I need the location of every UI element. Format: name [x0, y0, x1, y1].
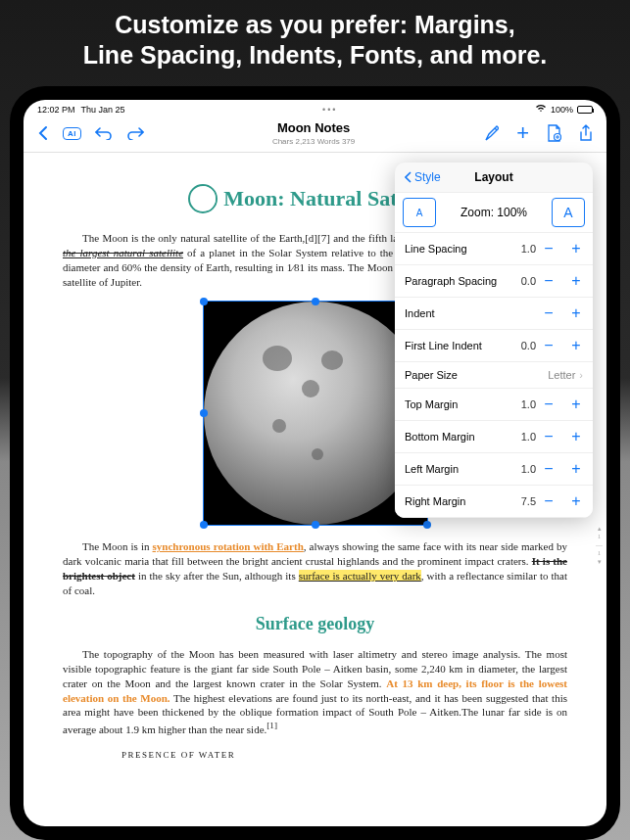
resize-handle[interactable] — [200, 409, 208, 417]
decrease-button[interactable]: − — [542, 492, 556, 510]
decrease-button[interactable]: − — [542, 337, 556, 354]
zoom-label: Zoom: 100% — [444, 206, 544, 219]
row-label: Bottom Margin — [405, 431, 509, 443]
format-brush-button[interactable] — [483, 124, 499, 142]
row-value: 0.0 — [509, 275, 536, 287]
row-label: First Line Indent — [405, 340, 509, 351]
moon-image-selection[interactable] — [203, 301, 428, 526]
battery-icon — [577, 106, 593, 114]
row-value: 1.0 — [509, 243, 536, 255]
layout-popover: Style Layout A Zoom: 100% A Line Spacing… — [395, 163, 593, 518]
resize-handle[interactable] — [423, 521, 431, 529]
resize-handle[interactable] — [312, 521, 319, 529]
row-value: 7.5 — [509, 495, 536, 507]
decrease-button[interactable]: − — [542, 396, 556, 413]
zoom-in-button[interactable]: A — [552, 198, 585, 227]
increase-button[interactable]: + — [569, 396, 583, 413]
increase-button[interactable]: + — [569, 304, 583, 322]
heading-2: Surface geology — [63, 612, 567, 635]
row-label: Indent — [405, 307, 509, 319]
row-label: Top Margin — [405, 398, 509, 410]
row-value: 1.0 — [509, 463, 536, 475]
document-stats: Chars 2,213 Words 379 — [144, 137, 483, 146]
row-label: Paragraph Spacing — [405, 275, 509, 287]
battery-percent: 100% — [551, 105, 573, 115]
margin-row: Bottom Margin1.0−+ — [395, 421, 593, 453]
row-value: 1.0 — [509, 398, 536, 410]
highlighted-text: surface is actually very dark — [299, 570, 421, 582]
margin-row: Left Margin1.0−+ — [395, 453, 593, 486]
increase-button[interactable]: + — [569, 460, 583, 478]
increase-button[interactable]: + — [569, 240, 583, 257]
page-settings-button[interactable] — [547, 124, 561, 142]
decrease-button[interactable]: − — [542, 428, 556, 445]
link-text[interactable]: synchronous rotation with Earth — [153, 540, 304, 552]
row-label: Right Margin — [405, 495, 509, 507]
status-time: 12:02 PM — [37, 105, 75, 115]
chevron-right-icon: › — [579, 369, 583, 381]
moon-image — [204, 302, 427, 525]
paragraph-2: The Moon is in synchronous rotation with… — [63, 539, 567, 597]
layout-row: Paragraph Spacing0.0−+ — [395, 265, 593, 298]
undo-button[interactable] — [95, 126, 113, 140]
toolbar: AI Moon Notes Chars 2,213 Words 379 + — [24, 117, 606, 153]
status-date: Thu Jan 25 — [81, 105, 125, 115]
margin-row: Top Margin1.0−+ — [395, 389, 593, 421]
increase-button[interactable]: + — [569, 492, 583, 510]
layout-row: Indent−+ — [395, 298, 593, 330]
document-title: Moon Notes — [144, 120, 483, 135]
promo-line-1: Customize as you prefer: Margins, — [20, 10, 610, 40]
layout-row: First Line Indent0.0−+ — [395, 330, 593, 362]
row-label: Line Spacing — [405, 243, 509, 255]
resize-handle[interactable] — [200, 521, 208, 529]
promo-line-2: Line Spacing, Indents, Fonts, and more. — [20, 40, 610, 70]
decrease-button[interactable]: − — [542, 272, 556, 290]
decrease-button[interactable]: − — [542, 304, 556, 322]
redo-button[interactable] — [126, 126, 144, 140]
share-button[interactable] — [579, 124, 593, 142]
back-button[interactable] — [37, 125, 49, 141]
paper-size-row[interactable]: Paper Size Letter › — [395, 362, 593, 389]
layout-row: Line Spacing1.0−+ — [395, 233, 593, 265]
paragraph-3: The topography of the Moon has been meas… — [63, 647, 567, 737]
increase-button[interactable]: + — [569, 337, 583, 354]
decrease-button[interactable]: − — [542, 460, 556, 478]
ipad-screen: 12:02 PM Thu Jan 25 ••• 100% AI — [24, 100, 606, 826]
zoom-out-button[interactable]: A — [403, 198, 436, 227]
increase-button[interactable]: + — [569, 428, 583, 445]
popover-back-button[interactable]: Style — [405, 170, 441, 184]
page-indicator: ▴1—1▾ — [596, 525, 603, 566]
increase-button[interactable]: + — [569, 272, 583, 290]
promo-banner: Customize as you prefer: Margins, Line S… — [0, 0, 630, 79]
wifi-icon — [535, 104, 547, 115]
section-caption: PRESENCE OF WATER — [63, 749, 567, 761]
decrease-button[interactable]: − — [542, 240, 556, 257]
status-bar: 12:02 PM Thu Jan 25 ••• 100% — [24, 100, 606, 117]
ipad-frame: 12:02 PM Thu Jan 25 ••• 100% AI — [10, 86, 620, 840]
row-value: 0.0 — [509, 340, 536, 351]
crescent-moon-icon — [188, 184, 218, 213]
ai-button[interactable]: AI — [63, 127, 81, 140]
row-value: 1.0 — [509, 431, 536, 443]
add-button[interactable]: + — [516, 120, 529, 146]
margin-row: Right Margin7.5−+ — [395, 486, 593, 518]
resize-handle[interactable] — [312, 298, 319, 305]
row-label: Left Margin — [405, 463, 509, 475]
resize-handle[interactable] — [200, 298, 208, 305]
multitask-dots[interactable]: ••• — [322, 105, 337, 115]
